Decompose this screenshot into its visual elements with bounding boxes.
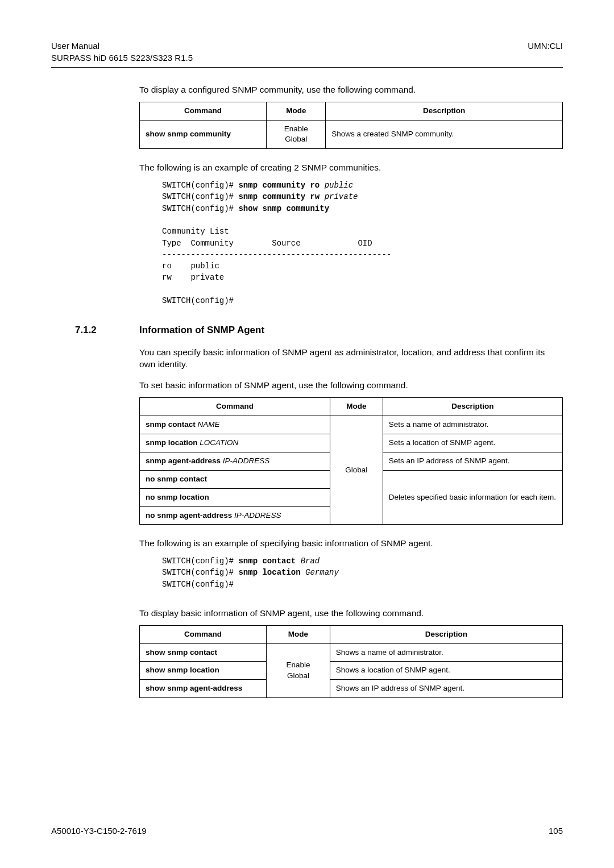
cli-prompt: SWITCH(config)# bbox=[162, 204, 238, 213]
cell-command: show snmp contact bbox=[140, 643, 267, 662]
cmd-bold: snmp location bbox=[146, 438, 198, 447]
cli-line: ro public bbox=[162, 261, 219, 271]
cell-command: snmp contact NAME bbox=[140, 416, 330, 434]
table-header-command: Command bbox=[140, 102, 267, 120]
cell-command: show snmp community bbox=[140, 120, 267, 149]
cli-example-2: SWITCH(config)# snmp contact Brad SWITCH… bbox=[162, 555, 563, 590]
cmd-bold: snmp agent-address bbox=[146, 456, 221, 465]
cli-prompt: SWITCH(config)# bbox=[162, 580, 234, 589]
mode-line: Global bbox=[285, 135, 307, 143]
cmd-ital: IP-ADDRESS bbox=[232, 511, 281, 520]
cli-line: Community List bbox=[162, 227, 229, 236]
cli-prompt: SWITCH(config)# bbox=[162, 556, 238, 566]
footer-left: A50010-Y3-C150-2-7619 bbox=[51, 825, 147, 837]
table-header-description: Description bbox=[330, 625, 562, 643]
cell-command: no snmp contact bbox=[140, 470, 330, 488]
cell-description: Deletes specified basic information for … bbox=[383, 470, 562, 525]
header-right: UMN:CLI bbox=[528, 40, 563, 64]
table-header-command: Command bbox=[140, 398, 330, 416]
command-table-1: Command Mode Description show snmp commu… bbox=[139, 102, 563, 149]
cmd-bold: no snmp agent-address bbox=[146, 511, 232, 520]
table-header-description: Description bbox=[383, 398, 562, 416]
table-header-mode: Mode bbox=[267, 625, 330, 643]
footer-page-number: 105 bbox=[549, 825, 563, 837]
header-left-line2: SURPASS hiD 6615 S223/S323 R1.5 bbox=[51, 53, 193, 63]
cli-arg: Brad bbox=[296, 556, 320, 566]
table-row: show snmp location Shows a location of S… bbox=[140, 662, 563, 680]
cmd-bold: snmp contact bbox=[146, 420, 196, 429]
header-left: User Manual SURPASS hiD 6615 S223/S323 R… bbox=[51, 40, 193, 64]
cli-prompt: SWITCH(config)# bbox=[162, 296, 234, 305]
cli-prompt: SWITCH(config)# bbox=[162, 568, 238, 577]
cli-prompt: SWITCH(config)# bbox=[162, 192, 238, 201]
cell-description: Sets a name of administrator. bbox=[383, 416, 562, 434]
table-row: snmp contact NAME Global Sets a name of … bbox=[140, 416, 563, 434]
cell-description: Sets an IP address of SNMP agent. bbox=[383, 452, 562, 470]
cell-description: Shows an IP address of SNMP agent. bbox=[330, 680, 562, 698]
cell-mode: Enable Global bbox=[267, 120, 326, 149]
cmd-ital: NAME bbox=[196, 420, 220, 429]
cli-command: snmp contact bbox=[238, 556, 296, 566]
paragraph: The following is an example of creating … bbox=[139, 161, 563, 174]
cell-command: snmp location LOCATION bbox=[140, 434, 330, 452]
table-row: Command Mode Description bbox=[140, 398, 563, 416]
table-header-command: Command bbox=[140, 625, 267, 643]
cmd-ital: IP-ADDRESS bbox=[221, 456, 269, 465]
mode-line: Global bbox=[287, 671, 309, 680]
cli-line: Type Community Source OID bbox=[162, 239, 372, 248]
cell-description: Shows a location of SNMP agent. bbox=[330, 662, 562, 680]
cell-description: Shows a created SNMP community. bbox=[326, 120, 563, 149]
paragraph: You can specify basic information of SNM… bbox=[139, 346, 563, 371]
page-footer: A50010-Y3-C150-2-7619 105 bbox=[51, 825, 563, 837]
table-row: show snmp community Enable Global Shows … bbox=[140, 120, 563, 149]
table-row: show snmp contact Enable Global Shows a … bbox=[140, 643, 563, 662]
cli-command: snmp community rw bbox=[238, 192, 320, 201]
paragraph: To set basic information of SNMP agent, … bbox=[139, 379, 563, 392]
paragraph: To display basic information of SNMP age… bbox=[139, 607, 563, 620]
cli-arg: public bbox=[320, 181, 353, 190]
section-heading: 7.1.2 Information of SNMP Agent bbox=[51, 323, 563, 337]
cli-command: snmp community ro bbox=[238, 181, 320, 190]
table-header-mode: Mode bbox=[330, 398, 383, 416]
cell-mode: Enable Global bbox=[267, 643, 330, 698]
table-row: Command Mode Description bbox=[140, 102, 563, 120]
header-left-line1: User Manual bbox=[51, 41, 99, 51]
cell-description: Shows a name of administrator. bbox=[330, 643, 562, 662]
mode-line: Enable bbox=[284, 124, 308, 133]
table-row: show snmp agent-address Shows an IP addr… bbox=[140, 680, 563, 698]
cell-command: no snmp agent-address IP-ADDRESS bbox=[140, 506, 330, 525]
command-table-3: Command Mode Description show snmp conta… bbox=[139, 625, 563, 699]
paragraph: To display a configured SNMP community, … bbox=[139, 84, 563, 96]
table-header-mode: Mode bbox=[267, 102, 326, 120]
cli-line: ----------------------------------------… bbox=[162, 250, 391, 259]
cell-command: show snmp agent-address bbox=[140, 680, 267, 698]
cell-command: show snmp location bbox=[140, 662, 267, 680]
page-header: User Manual SURPASS hiD 6615 S223/S323 R… bbox=[51, 40, 563, 64]
section-title: Information of SNMP Agent bbox=[139, 323, 264, 337]
cli-command: show snmp community bbox=[238, 204, 329, 213]
mode-line: Enable bbox=[286, 661, 310, 669]
cli-arg: private bbox=[320, 192, 358, 201]
table-header-description: Description bbox=[326, 102, 563, 120]
cli-arg: Germany bbox=[301, 568, 339, 577]
cli-command: snmp location bbox=[238, 568, 300, 577]
section-number: 7.1.2 bbox=[51, 323, 139, 337]
cell-description: Sets a location of SNMP agent. bbox=[383, 434, 562, 452]
command-table-2: Command Mode Description snmp contact NA… bbox=[139, 397, 563, 525]
header-divider bbox=[51, 67, 563, 68]
table-row: Command Mode Description bbox=[140, 625, 563, 643]
paragraph: The following is an example of specifyin… bbox=[139, 537, 563, 550]
cell-mode: Global bbox=[330, 416, 383, 525]
cell-command: snmp agent-address IP-ADDRESS bbox=[140, 452, 330, 470]
cell-command: no snmp location bbox=[140, 488, 330, 506]
cli-line: rw private bbox=[162, 273, 224, 282]
cli-example-1: SWITCH(config)# snmp community ro public… bbox=[162, 180, 563, 306]
cli-prompt: SWITCH(config)# bbox=[162, 181, 238, 190]
cmd-ital: LOCATION bbox=[198, 438, 239, 447]
